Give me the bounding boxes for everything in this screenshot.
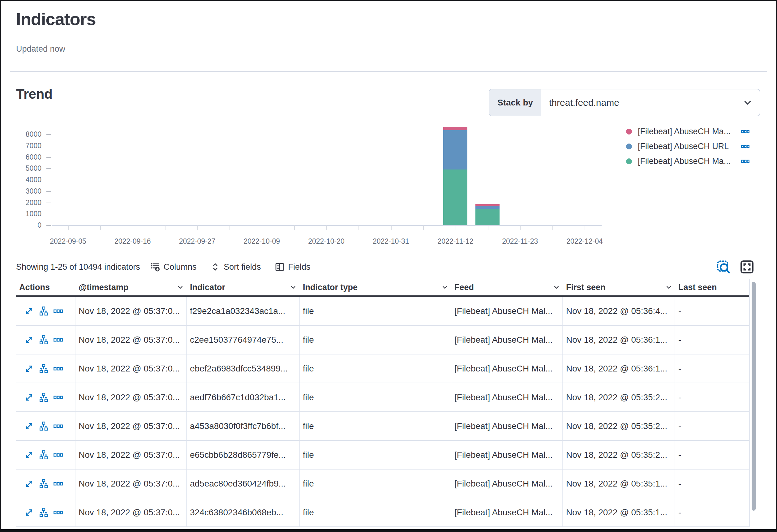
column-header-last-seen[interactable]: Last seen bbox=[675, 279, 749, 295]
chevron-down-icon[interactable] bbox=[552, 283, 560, 291]
expand-icon bbox=[24, 508, 34, 517]
legend-color-dot bbox=[626, 129, 632, 134]
investigate-in-timeline-button[interactable] bbox=[39, 422, 48, 431]
investigate-in-timeline-button[interactable] bbox=[39, 364, 48, 373]
x-axis-tick bbox=[488, 225, 488, 230]
chevron-down-icon[interactable] bbox=[665, 283, 673, 291]
last-seen-cell: - bbox=[675, 354, 749, 383]
open-details-button[interactable] bbox=[24, 307, 34, 316]
boxes-horizontal-icon bbox=[53, 335, 63, 344]
open-details-button[interactable] bbox=[24, 335, 34, 344]
timeline-icon bbox=[39, 450, 48, 460]
indicator-type-cell: file bbox=[300, 297, 451, 325]
investigate-in-timeline-button[interactable] bbox=[39, 508, 48, 517]
y-axis-line bbox=[52, 127, 52, 225]
inspect-icon bbox=[717, 260, 730, 274]
vertical-scrollbar-thumb[interactable] bbox=[752, 282, 756, 511]
bar-segment[interactable] bbox=[443, 170, 467, 225]
more-actions-button[interactable] bbox=[53, 364, 63, 373]
boxes-horizontal-icon bbox=[53, 508, 63, 517]
bar-segment[interactable] bbox=[443, 127, 467, 130]
legend-item-label[interactable]: [Filebeat] AbuseCH URL bbox=[638, 142, 740, 151]
open-details-button[interactable] bbox=[24, 422, 34, 431]
open-details-button[interactable] bbox=[24, 393, 34, 402]
timeline-icon bbox=[39, 364, 48, 373]
fields-button[interactable]: Fields bbox=[275, 262, 310, 272]
sort-fields-button-label: Sort fields bbox=[224, 262, 261, 272]
investigate-in-timeline-button[interactable] bbox=[39, 393, 48, 402]
more-actions-button[interactable] bbox=[53, 450, 63, 460]
columns-button[interactable]: Columns bbox=[151, 262, 197, 272]
row-actions-cell bbox=[16, 383, 76, 411]
boxes-horizontal-icon bbox=[53, 307, 63, 316]
open-details-button[interactable] bbox=[24, 364, 34, 373]
indicator-cell: e65cbb6b28d865779fe... bbox=[187, 441, 300, 469]
open-details-button[interactable] bbox=[24, 508, 34, 517]
indicator-cell: c2ee15037764974e75... bbox=[187, 326, 300, 354]
chevron-down-icon[interactable] bbox=[441, 283, 449, 291]
more-actions-button[interactable] bbox=[53, 479, 63, 489]
legend-item[interactable]: [Filebeat] AbuseCH Ma... bbox=[626, 154, 771, 169]
x-axis-label: 2022-09-05 bbox=[34, 237, 102, 245]
indicator-cell: aedf76b667c1d032ba1... bbox=[187, 383, 300, 411]
indicator-type-cell: file bbox=[300, 326, 451, 354]
x-axis-tick bbox=[552, 225, 553, 230]
bar-segment[interactable] bbox=[443, 130, 467, 170]
x-axis-label: 2022-12-04 bbox=[551, 237, 619, 245]
open-details-button[interactable] bbox=[24, 479, 34, 489]
header-divider bbox=[10, 71, 767, 72]
column-header-first-seen[interactable]: First seen bbox=[563, 279, 675, 295]
fields-icon bbox=[275, 262, 284, 272]
sort-fields-button[interactable]: Sort fields bbox=[211, 262, 261, 272]
more-actions-button[interactable] bbox=[53, 307, 63, 316]
stack-by-select[interactable]: Stack by threat.feed.name bbox=[489, 89, 760, 116]
expand-icon bbox=[24, 479, 34, 489]
column-header-feed[interactable]: Feed bbox=[451, 279, 563, 295]
x-axis-tick bbox=[391, 225, 392, 230]
column-header-actions: Actions bbox=[16, 279, 76, 295]
legend-item[interactable]: [Filebeat] AbuseCH URL bbox=[626, 139, 771, 154]
investigate-in-timeline-button[interactable] bbox=[39, 335, 48, 344]
legend-item-actions-button[interactable] bbox=[741, 127, 750, 136]
column-header-indicator-type[interactable]: Indicator type bbox=[300, 279, 451, 295]
open-details-button[interactable] bbox=[24, 450, 34, 460]
fullscreen-button[interactable] bbox=[740, 260, 754, 274]
more-actions-button[interactable] bbox=[53, 335, 63, 344]
inspect-button[interactable] bbox=[716, 260, 731, 274]
feed-cell: [Filebeat] AbuseCH Mal... bbox=[451, 412, 563, 440]
feed-cell: [Filebeat] AbuseCH Mal... bbox=[451, 383, 563, 411]
bar-segment[interactable] bbox=[475, 206, 500, 209]
legend-item-actions-button[interactable] bbox=[741, 157, 750, 166]
investigate-in-timeline-button[interactable] bbox=[39, 450, 48, 460]
legend-item[interactable]: [Filebeat] AbuseCH Ma... bbox=[626, 124, 771, 139]
bar-segment[interactable] bbox=[475, 204, 500, 206]
stack-by-value[interactable]: threat.feed.name bbox=[541, 89, 742, 116]
more-actions-button[interactable] bbox=[53, 508, 63, 517]
table-body: Nov 18, 2022 @ 05:37:0... f29e2ca1a03234… bbox=[16, 297, 749, 527]
y-axis-label: 1000 bbox=[7, 210, 41, 218]
legend-item-label[interactable]: [Filebeat] AbuseCH Ma... bbox=[638, 127, 740, 136]
investigate-in-timeline-button[interactable] bbox=[39, 307, 48, 316]
indicator-type-cell: file bbox=[300, 412, 451, 440]
investigate-in-timeline-button[interactable] bbox=[39, 479, 48, 489]
more-actions-button[interactable] bbox=[53, 422, 63, 431]
chevron-down-icon[interactable] bbox=[289, 283, 297, 291]
timestamp-cell: Nov 18, 2022 @ 05:37:0... bbox=[76, 297, 187, 325]
column-header-timestamp[interactable]: @timestamp bbox=[76, 279, 187, 295]
chevron-down-icon[interactable] bbox=[742, 89, 760, 116]
more-actions-button[interactable] bbox=[53, 393, 63, 402]
chevron-down-icon[interactable] bbox=[176, 283, 184, 291]
row-actions-cell bbox=[16, 441, 76, 469]
bar-segment[interactable] bbox=[475, 209, 500, 225]
feed-cell: [Filebeat] AbuseCH Mal... bbox=[451, 326, 563, 354]
last-seen-cell: - bbox=[675, 412, 749, 440]
y-axis-tick bbox=[46, 157, 51, 158]
legend-item-label[interactable]: [Filebeat] AbuseCH Ma... bbox=[638, 156, 740, 166]
y-axis-label: 6000 bbox=[7, 153, 41, 161]
column-header-indicator[interactable]: Indicator bbox=[187, 279, 300, 295]
first-seen-cell: Nov 18, 2022 @ 05:35:1... bbox=[563, 498, 675, 526]
legend-item-actions-button[interactable] bbox=[741, 142, 750, 150]
table-row: Nov 18, 2022 @ 05:37:0... c2ee1503776497… bbox=[16, 326, 749, 354]
list-add-icon bbox=[151, 262, 160, 272]
row-actions-cell bbox=[16, 498, 76, 526]
